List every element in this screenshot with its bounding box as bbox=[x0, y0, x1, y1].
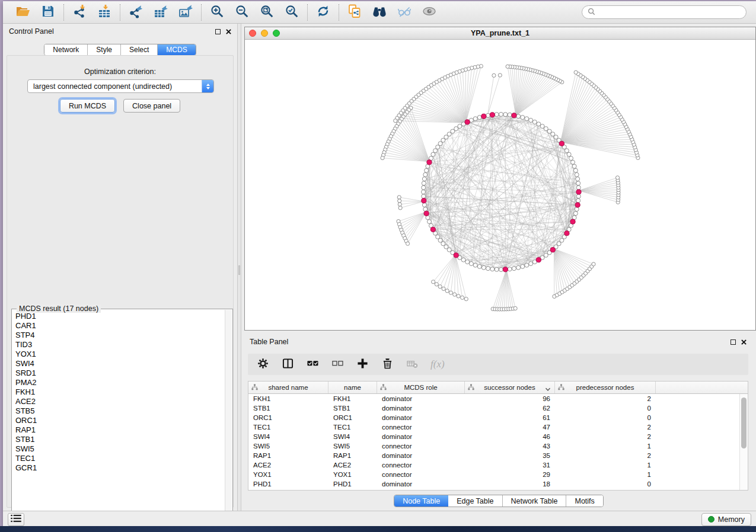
close-table-panel-icon[interactable] bbox=[741, 339, 747, 345]
network-canvas[interactable] bbox=[245, 40, 755, 330]
result-list-item[interactable]: CAR1 bbox=[15, 321, 224, 331]
open-file-button[interactable] bbox=[15, 4, 31, 21]
show-panels-button[interactable] bbox=[8, 513, 24, 526]
result-list-item[interactable]: ACE2 bbox=[15, 397, 224, 406]
select-all-button[interactable] bbox=[306, 358, 319, 371]
column-header-filler bbox=[656, 382, 748, 393]
cell-shared-name: YOX1 bbox=[248, 471, 328, 478]
gear-button[interactable] bbox=[256, 358, 269, 371]
result-list-item[interactable]: ORC1 bbox=[15, 416, 224, 425]
result-list-item[interactable]: FKH1 bbox=[15, 387, 224, 397]
result-list-item[interactable]: RAP1 bbox=[15, 425, 224, 435]
search-network-button[interactable] bbox=[371, 4, 388, 21]
tab-node-table[interactable]: Node Table bbox=[394, 495, 448, 507]
splitter-grip-icon[interactable] bbox=[238, 265, 240, 275]
tab-network[interactable]: Network bbox=[44, 44, 88, 55]
result-list-item[interactable]: TID3 bbox=[15, 340, 224, 350]
tab-edge-table[interactable]: Edge Table bbox=[448, 495, 502, 507]
network-window-titlebar[interactable]: YPA_prune.txt_1 bbox=[245, 27, 755, 40]
add-button[interactable] bbox=[356, 358, 369, 371]
result-list-item[interactable]: STP4 bbox=[15, 331, 224, 340]
table-row[interactable]: SWI4SWI4dominator462 bbox=[248, 432, 739, 441]
cell-predecessor-nodes: 2 bbox=[555, 424, 656, 431]
export-table-button[interactable] bbox=[152, 4, 169, 21]
table-row[interactable]: FKH1FKH1dominator962 bbox=[248, 394, 739, 403]
cell-shared-name: PHD1 bbox=[248, 480, 328, 488]
table-row[interactable]: ORC1ORC1dominator610 bbox=[248, 413, 739, 422]
function-builder-button: f(x) bbox=[430, 358, 445, 371]
result-list-item[interactable]: SRD1 bbox=[15, 368, 224, 378]
columns-icon bbox=[282, 358, 294, 371]
table-row[interactable]: TEC1TEC1connector472 bbox=[248, 422, 739, 432]
result-list-item[interactable]: YOX1 bbox=[15, 350, 224, 359]
export-image-button[interactable] bbox=[177, 4, 194, 21]
table-row[interactable]: RAP1RAP1dominator352 bbox=[248, 451, 739, 460]
result-list-item[interactable]: GCR1 bbox=[15, 463, 224, 473]
table-row[interactable]: SWI5SWI5connector431 bbox=[248, 441, 739, 451]
memory-button[interactable]: Memory bbox=[701, 513, 751, 526]
cell-MCDS-role: connector bbox=[377, 462, 465, 469]
zoom-selected-button[interactable] bbox=[283, 4, 300, 21]
column-header-successor-nodes[interactable]: successor nodes bbox=[465, 382, 555, 393]
cell-successor-nodes: 18 bbox=[465, 480, 555, 488]
close-panel-icon[interactable] bbox=[226, 29, 231, 34]
import-network-button[interactable] bbox=[71, 4, 88, 21]
optimization-criterion-select[interactable]: largest connected component (undirected) bbox=[27, 79, 214, 93]
table-row[interactable]: YOX1YOX1connector291 bbox=[248, 470, 739, 479]
float-table-panel-icon[interactable] bbox=[731, 339, 736, 345]
column-header-shared-name[interactable]: shared name bbox=[248, 382, 328, 393]
result-list-item[interactable]: STB5 bbox=[15, 406, 224, 416]
tab-motifs[interactable]: Motifs bbox=[566, 495, 602, 507]
table-scrollbar[interactable] bbox=[739, 394, 748, 490]
cell-shared-name: TEC1 bbox=[248, 424, 328, 431]
hide-network-icon bbox=[397, 4, 412, 20]
delete-button[interactable] bbox=[381, 358, 394, 371]
float-panel-icon[interactable] bbox=[215, 29, 221, 34]
close-panel-button[interactable]: Close panel bbox=[123, 99, 180, 113]
zoom-fit-button[interactable] bbox=[259, 4, 275, 21]
tab-network-table[interactable]: Network Table bbox=[503, 495, 567, 507]
cell-MCDS-role: connector bbox=[377, 424, 465, 431]
result-list-item[interactable]: PMA2 bbox=[15, 378, 224, 387]
save-session-button[interactable] bbox=[40, 4, 56, 21]
cell-name: STB1 bbox=[328, 405, 377, 412]
search-input[interactable] bbox=[599, 8, 741, 17]
network-search-box[interactable] bbox=[582, 5, 747, 19]
cell-name: ACE2 bbox=[328, 462, 377, 469]
cell-shared-name: RAP1 bbox=[248, 452, 328, 459]
panel-splitter[interactable] bbox=[237, 24, 241, 511]
table-row[interactable]: PHD1PHD1dominator180 bbox=[248, 479, 739, 489]
run-mcds-button[interactable]: Run MCDS bbox=[60, 99, 115, 113]
hide-network-button[interactable] bbox=[396, 4, 413, 21]
column-header-MCDS-role[interactable]: MCDS role bbox=[377, 382, 465, 393]
result-list-item[interactable]: STB1 bbox=[15, 435, 224, 444]
tab-style[interactable]: Style bbox=[88, 44, 121, 55]
result-list-item[interactable]: SWI4 bbox=[15, 359, 224, 368]
result-list-item[interactable]: PHD1 bbox=[15, 312, 224, 321]
table-row[interactable]: STB1STB1dominator620 bbox=[248, 403, 739, 413]
zoom-out-button[interactable] bbox=[234, 4, 250, 21]
network-window-title: YPA_prune.txt_1 bbox=[245, 29, 755, 37]
column-header-name[interactable]: name bbox=[328, 382, 377, 393]
result-list-scrollbar[interactable] bbox=[225, 310, 232, 527]
cell-predecessor-nodes: 1 bbox=[555, 471, 656, 478]
import-table-button[interactable] bbox=[96, 4, 113, 21]
zoom-in-button[interactable] bbox=[209, 4, 225, 21]
column-header-predecessor-nodes[interactable]: predecessor nodes bbox=[555, 382, 656, 393]
table-scrollbar-thumb[interactable] bbox=[741, 398, 747, 448]
export-network-button[interactable] bbox=[127, 4, 144, 21]
copy-network-button[interactable] bbox=[346, 4, 363, 21]
cell-successor-nodes: 31 bbox=[465, 462, 555, 469]
result-list-item[interactable]: TEC1 bbox=[15, 454, 224, 463]
tab-select[interactable]: Select bbox=[121, 44, 158, 55]
refresh-button[interactable] bbox=[315, 4, 331, 21]
show-network-button[interactable] bbox=[421, 4, 438, 21]
table-row[interactable]: ACE2ACE2connector311 bbox=[248, 460, 739, 470]
columns-button[interactable] bbox=[281, 358, 294, 371]
deselect-all-button[interactable] bbox=[331, 358, 344, 371]
table-panel: Table Panel f(x) shared namenameMCDS rol… bbox=[241, 335, 756, 511]
tab-mcds[interactable]: MCDS bbox=[158, 44, 195, 55]
result-list-item[interactable]: SWI5 bbox=[15, 444, 224, 454]
table-panel-tabs: Node TableEdge TableNetwork TableMotifs bbox=[241, 495, 756, 507]
delete-table-button bbox=[406, 358, 419, 371]
